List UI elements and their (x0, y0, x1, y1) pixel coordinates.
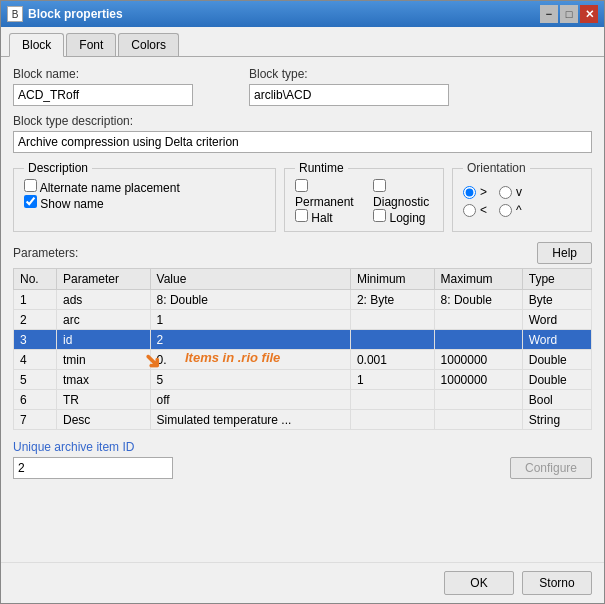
window-title: Block properties (28, 7, 540, 21)
params-table: No. Parameter Value Minimum Maximum Type… (13, 268, 592, 430)
table-cell-minimum (350, 330, 434, 350)
table-cell-value: off (150, 390, 350, 410)
tab-block[interactable]: Block (9, 33, 64, 57)
table-cell-maximum (434, 390, 522, 410)
ok-button[interactable]: OK (444, 571, 514, 595)
title-bar: B Block properties − □ ✕ (1, 1, 604, 27)
block-name-label: Block name: (13, 67, 193, 81)
halt-option: Halt (295, 209, 357, 225)
close-button[interactable]: ✕ (580, 5, 598, 23)
show-name-option: Show name (24, 195, 265, 211)
table-cell-maximum (434, 310, 522, 330)
options-row: Description Alternate name placement Sho… (13, 161, 592, 232)
table-cell-type: Bool (522, 390, 591, 410)
loging-checkbox[interactable] (373, 209, 386, 222)
params-tbody: 1ads8: Double2: Byte8: DoubleByte2arc1Wo… (14, 290, 592, 430)
orient-up-option: ^ (499, 203, 522, 217)
col-minimum: Minimum (350, 269, 434, 290)
table-cell-maximum: 1000000 (434, 370, 522, 390)
orient-col-left: > < (463, 185, 487, 217)
block-desc-input[interactable] (13, 131, 592, 153)
table-cell-no: 1 (14, 290, 57, 310)
maximize-button[interactable]: □ (560, 5, 578, 23)
alternate-name-label: Alternate name placement (40, 181, 180, 195)
orient-down-radio[interactable] (499, 186, 512, 199)
params-header: Parameters: Help (13, 242, 592, 264)
orient-left-radio[interactable] (463, 204, 476, 217)
unique-id-input[interactable] (13, 457, 173, 479)
table-cell-type: Byte (522, 290, 591, 310)
description-legend: Description (24, 161, 92, 175)
table-cell-value: Simulated temperature ... (150, 410, 350, 430)
table-cell-minimum: 2: Byte (350, 290, 434, 310)
table-row[interactable]: 7DescSimulated temperature ...String (14, 410, 592, 430)
table-cell-no: 6 (14, 390, 57, 410)
table-cell-parameter: Desc (56, 410, 150, 430)
table-cell-value: 5 (150, 370, 350, 390)
block-type-input[interactable] (249, 84, 449, 106)
orient-left-label: < (480, 203, 487, 217)
table-cell-parameter: ads (56, 290, 150, 310)
table-cell-type: Word (522, 310, 591, 330)
block-name-group: Block name: (13, 67, 193, 106)
alternate-name-checkbox[interactable] (24, 179, 37, 192)
show-name-checkbox[interactable] (24, 195, 37, 208)
block-properties-window: B Block properties − □ ✕ Block Font Colo… (0, 0, 605, 604)
permanent-label: Permanent (295, 195, 354, 209)
table-cell-parameter: tmin (56, 350, 150, 370)
alternate-name-option: Alternate name placement (24, 179, 265, 195)
runtime-legend: Runtime (295, 161, 348, 175)
tab-colors[interactable]: Colors (118, 33, 179, 56)
orient-col-right: v ^ (499, 185, 522, 217)
table-cell-type: Double (522, 350, 591, 370)
table-cell-no: 2 (14, 310, 57, 330)
halt-checkbox[interactable] (295, 209, 308, 222)
diagnostic-option: Diagnostic (373, 179, 433, 209)
title-bar-buttons: − □ ✕ (540, 5, 598, 23)
tab-content: Block name: Block type: Block type descr… (1, 57, 604, 562)
table-cell-type: String (522, 410, 591, 430)
orientation-legend: Orientation (463, 161, 530, 175)
orient-down-label: v (516, 185, 522, 199)
diagnostic-checkbox[interactable] (373, 179, 386, 192)
permanent-option: Permanent (295, 179, 357, 209)
table-row[interactable]: 5tmax511000000Double (14, 370, 592, 390)
window-icon: B (7, 6, 23, 22)
runtime-fieldset: Runtime Permanent Halt (284, 161, 444, 232)
params-label: Parameters: (13, 246, 78, 260)
minimize-button[interactable]: − (540, 5, 558, 23)
unique-id-section: Unique archive item ID Configure (13, 440, 592, 479)
permanent-checkbox[interactable] (295, 179, 308, 192)
table-cell-minimum (350, 390, 434, 410)
block-name-input[interactable] (13, 84, 193, 106)
table-cell-no: 7 (14, 410, 57, 430)
configure-button[interactable]: Configure (510, 457, 592, 479)
loging-option: Loging (373, 209, 433, 225)
table-cell-value: 1 (150, 310, 350, 330)
params-table-container: No. Parameter Value Minimum Maximum Type… (13, 268, 592, 430)
table-row[interactable]: 6TRoffBool (14, 390, 592, 410)
table-row[interactable]: 3id2Word (14, 330, 592, 350)
orient-right-label: > (480, 185, 487, 199)
table-cell-type: Word (522, 330, 591, 350)
tab-font[interactable]: Font (66, 33, 116, 56)
params-header-row: No. Parameter Value Minimum Maximum Type (14, 269, 592, 290)
help-button[interactable]: Help (537, 242, 592, 264)
table-cell-maximum: 8: Double (434, 290, 522, 310)
block-name-type-row: Block name: Block type: (13, 67, 592, 106)
table-row[interactable]: 4tmin0.0.0011000000Double (14, 350, 592, 370)
table-cell-type: Double (522, 370, 591, 390)
table-cell-parameter: TR (56, 390, 150, 410)
orient-up-radio[interactable] (499, 204, 512, 217)
unique-id-label: Unique archive item ID (13, 440, 592, 454)
col-no: No. (14, 269, 57, 290)
diagnostic-label: Diagnostic (373, 195, 429, 209)
storno-button[interactable]: Storno (522, 571, 592, 595)
table-cell-value: 2 (150, 330, 350, 350)
table-row[interactable]: 1ads8: Double2: Byte8: DoubleByte (14, 290, 592, 310)
orient-right-radio[interactable] (463, 186, 476, 199)
orient-right-option: > (463, 185, 487, 199)
block-desc-group: Block type description: (13, 114, 592, 153)
table-cell-minimum: 1 (350, 370, 434, 390)
table-row[interactable]: 2arc1Word (14, 310, 592, 330)
